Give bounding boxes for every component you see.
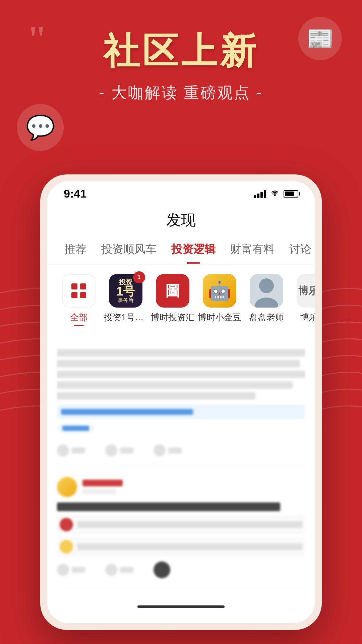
hero-section: 社区上新 - 大咖解读 重磅观点 - [0,0,362,103]
tab-recommend[interactable]: 推荐 [57,235,94,264]
channel-investment1-icon: 投资 1号 事务所 1 [109,274,142,308]
channel-boleda-icon: 博乐达 [297,274,315,308]
tab-investment-wind[interactable]: 投资顺风车 [94,235,164,264]
content-feed [47,332,315,595]
channel-bosera-icon: 圖 [156,274,189,308]
wifi-icon [270,189,280,199]
signal-icon [254,190,266,198]
post-1-text [57,349,305,399]
post-2 [57,467,305,589]
post-2-time [82,489,116,494]
channel-golden-bean-icon: 🤖 [203,274,236,308]
tab-wealth[interactable]: 财富有料 [223,235,282,264]
svg-rect-3 [71,292,77,298]
post-1-tag [57,424,95,433]
tab-navigation[interactable]: 推荐 投资顺风车 投资逻辑 财富有料 讨论 [47,235,315,264]
home-indicator [137,605,225,608]
post-2-name [82,480,123,486]
post-2-avatar [57,477,77,497]
battery-icon [284,190,298,198]
post-1-actions [57,444,305,457]
channel-investment1[interactable]: 投资 1号 事务所 1 投资1号事... [104,274,147,323]
channel-bosera-label: 博时投资汇 [151,312,194,323]
svg-rect-4 [80,292,86,298]
tab-discuss[interactable]: 讨论 [282,235,315,264]
channel-boleda[interactable]: 博乐达 博乐达 [292,274,315,323]
post-1-link [57,405,305,419]
app-header: 发现 [47,204,315,235]
post-2-items [57,515,305,556]
channel-golden-bean[interactable]: 🤖 博时小金豆 [198,274,241,323]
channel-boleda-label: 博乐达 [300,312,315,323]
post-1 [57,339,305,467]
status-icons [254,189,298,199]
channel-investment1-label: 投资1号事... [104,312,147,323]
home-indicator-area [47,595,315,623]
channel-bosera[interactable]: 圖 博时投资汇 [151,274,194,323]
channel-all[interactable]: 全部 [57,274,101,326]
chat-icon-decoration: 💬 [17,104,64,151]
app-title: 发现 [47,210,315,230]
phone-frame: 9:41 [40,174,322,630]
channel-all-label: 全部 [70,312,87,323]
channel-panpan-icon [250,274,283,308]
channel-golden-bean-label: 博时小金豆 [198,312,241,323]
phone-mockup: 9:41 [40,174,322,630]
channel-filter-row[interactable]: 全部 投资 1号 事务所 1 投资1号事. [47,264,315,332]
subtitle: - 大咖解读 重磅观点 - [0,83,362,103]
svg-point-6 [259,278,274,293]
channel-panpan[interactable]: 盘盘老师 [245,274,288,323]
tab-investment-logic[interactable]: 投资逻辑 [164,235,223,264]
post-2-title [57,502,280,511]
status-bar: 9:41 [47,181,315,204]
main-title: 社区上新 [0,27,362,76]
svg-rect-1 [71,283,77,289]
status-time: 9:41 [64,187,86,200]
svg-point-0 [274,195,276,196]
phone-screen: 9:41 [47,181,315,623]
svg-rect-2 [80,283,86,289]
channel-panpan-label: 盘盘老师 [249,312,284,323]
post-2-actions [57,561,305,578]
post-2-header [57,477,305,497]
channel-all-icon [62,274,96,308]
